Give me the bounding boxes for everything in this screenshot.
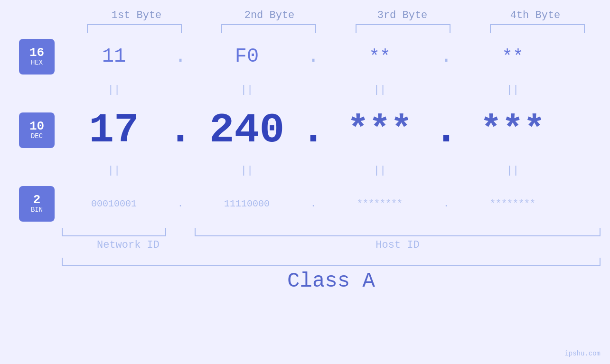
dec-row: 17 . 240 . *** . *** [62, 102, 601, 159]
dec-dot-3: . [432, 107, 460, 154]
dec-val-4: *** [460, 110, 565, 150]
bracket-4 [490, 24, 585, 33]
bin-row: 00010001 . 11110000 . ******** . *******… [62, 182, 601, 225]
sep-row-1: || || || || [62, 78, 601, 102]
class-bracket [62, 258, 601, 266]
sep-2-3: || [328, 165, 432, 177]
bin-dot-2: . [299, 198, 328, 209]
sep-2-2: || [195, 165, 299, 177]
page-container: 1st Byte 2nd Byte 3rd Byte 4th Byte 16 H… [0, 0, 610, 364]
sep-2-4: || [460, 165, 565, 177]
bin-dot-3: . [432, 198, 460, 209]
sep-1-4: || [460, 84, 565, 96]
bracket-3 [356, 24, 450, 33]
dec-dot-1: . [166, 107, 195, 154]
hex-dot-1: . [166, 45, 195, 68]
sep-row-2: || || || || [62, 159, 601, 182]
bottom-brackets [62, 228, 601, 236]
sep-1-3: || [328, 84, 432, 96]
bin-val-2: 11110000 [195, 198, 299, 209]
bin-val-1: 00010001 [62, 198, 166, 209]
sep-1-1: || [62, 84, 166, 96]
class-section: Class A [62, 258, 601, 293]
bracket-2 [221, 24, 316, 33]
dec-badge: 10 DEC [19, 112, 55, 148]
hex-row: 11 . F0 . ** . ** [62, 35, 601, 78]
bin-val-4: ******** [460, 198, 565, 209]
dec-val-3: *** [328, 110, 432, 150]
dec-val-1: 17 [62, 107, 166, 154]
dec-val-2: 240 [195, 107, 299, 154]
byte-header-3: 3rd Byte [350, 9, 455, 21]
net-bracket [62, 228, 166, 236]
byte-header-1: 1st Byte [84, 9, 189, 21]
watermark: ipshu.com [564, 350, 601, 357]
sep-2-1: || [62, 165, 166, 177]
badges-column: 16 HEX 10 DEC 2 BIN [0, 35, 62, 364]
byte-header-4: 4th Byte [483, 9, 588, 21]
hex-val-1: 11 [62, 45, 166, 68]
bin-dot-1: . [166, 198, 195, 209]
hex-val-2: F0 [195, 45, 299, 68]
hex-dot-3: . [432, 45, 460, 68]
byte-header-2: 2nd Byte [217, 9, 322, 21]
hex-badge: 16 HEX [19, 39, 55, 75]
hex-val-4: ** [460, 47, 565, 67]
host-bracket [195, 228, 601, 236]
dec-dot-2: . [299, 107, 328, 154]
id-labels: Network ID Host ID [62, 239, 601, 251]
sep-1-2: || [195, 84, 299, 96]
network-id-label: Network ID [62, 239, 195, 251]
bracket-1 [87, 24, 182, 33]
class-label: Class A [62, 269, 601, 293]
hex-dot-2: . [299, 45, 328, 68]
bin-val-3: ******** [328, 198, 432, 209]
bin-badge: 2 BIN [19, 186, 55, 222]
host-id-label: Host ID [195, 239, 601, 251]
data-rows: 11 . F0 . ** . ** || || || || 17 [62, 35, 601, 364]
hex-val-3: ** [328, 47, 432, 67]
